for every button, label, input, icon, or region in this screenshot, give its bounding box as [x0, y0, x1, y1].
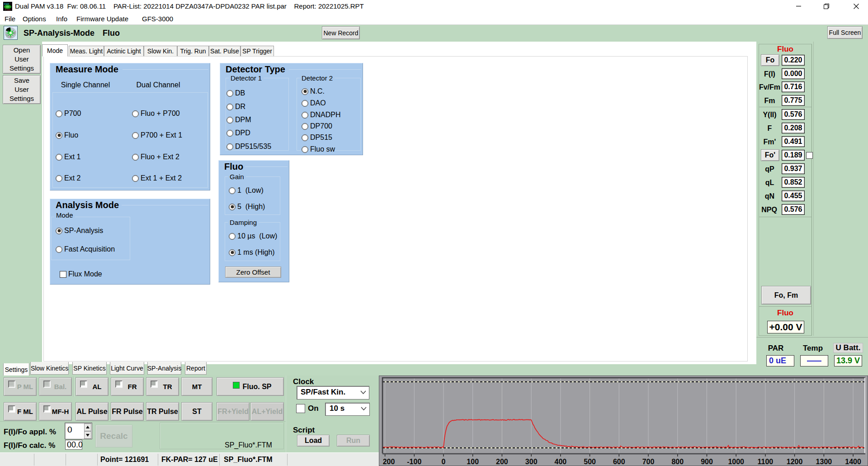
- svg-text:300: 300: [525, 458, 538, 466]
- svg-text:800: 800: [671, 458, 684, 466]
- svg-text:1100: 1100: [758, 458, 774, 466]
- svg-text:1300: 1300: [816, 458, 832, 466]
- svg-text:1000: 1000: [728, 458, 744, 466]
- svg-text:1200: 1200: [787, 458, 803, 466]
- svg-text:200: 200: [496, 458, 508, 466]
- svg-text:-100: -100: [407, 458, 421, 466]
- svg-text:Fluo: Fluo: [5, 9, 10, 11]
- svg-text:700: 700: [642, 458, 655, 466]
- svg-text:500: 500: [584, 458, 596, 466]
- svg-text:900: 900: [701, 458, 713, 466]
- svg-text:100: 100: [467, 458, 479, 466]
- svg-text:600: 600: [613, 458, 625, 466]
- svg-text:1400: 1400: [845, 458, 861, 466]
- svg-text:400: 400: [555, 458, 567, 466]
- svg-text:200: 200: [383, 458, 395, 466]
- svg-text:0: 0: [442, 458, 446, 466]
